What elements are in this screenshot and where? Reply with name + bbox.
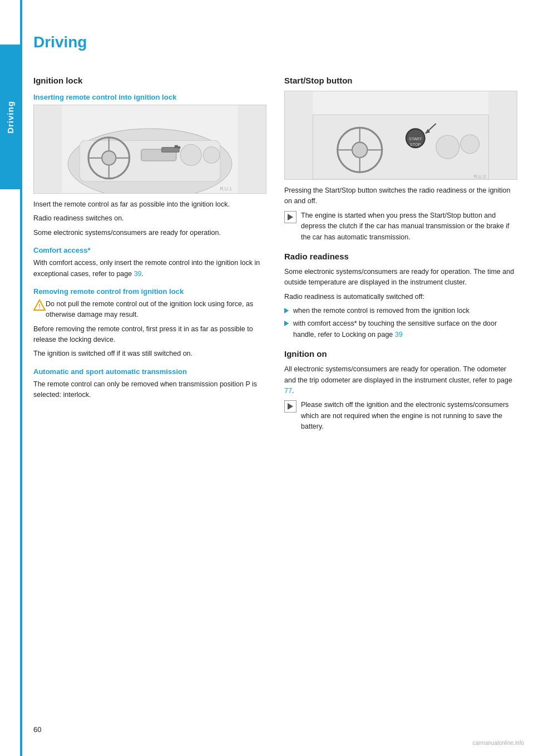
startstop-image: START STOP R.U.2	[284, 91, 517, 180]
bullet-text-2: with comfort access* by touching the sen…	[293, 318, 517, 340]
warning-icon: !	[33, 299, 46, 311]
play-triangle	[288, 214, 293, 220]
insert-text2: Radio readiness switches on.	[33, 213, 266, 224]
radio-heading: Radio readiness	[284, 252, 517, 261]
ignition-on-note-text: Please switch off the ignition and the e…	[301, 400, 517, 432]
ignition-lock-heading: Ignition lock	[33, 76, 266, 85]
svg-rect-11	[175, 145, 178, 148]
side-tab-label: Driving	[6, 101, 15, 134]
removing-text2: The ignition is switched off if it was s…	[33, 348, 266, 359]
startstop-heading: Start/Stop button	[284, 76, 517, 85]
bullet-text-1: when the remote control is removed from …	[293, 306, 469, 316]
radio-bullet-list: when the remote control is removed from …	[284, 306, 517, 340]
engine-note-text: The engine is started when you press the…	[301, 210, 517, 243]
left-border	[20, 0, 22, 756]
svg-point-14	[203, 147, 219, 163]
removing-heading: Removing remote control from ignition lo…	[33, 287, 266, 296]
svg-text:STOP: STOP	[410, 142, 421, 147]
svg-text:!: !	[38, 303, 41, 310]
svg-point-31	[436, 135, 459, 159]
startstop-text1: Pressing the Start/Stop button switches …	[284, 185, 517, 207]
insert-image: R.U.1	[33, 105, 266, 194]
two-column-layout: Ignition lock Inserting remote control i…	[33, 67, 517, 435]
ignition-note-box: Please switch off the ignition and the e…	[284, 400, 517, 432]
right-column: Start/Stop button START	[284, 67, 517, 435]
radio-text2: Radio readiness is automatically switche…	[284, 292, 517, 302]
play-icon-2	[284, 400, 296, 413]
radio-link[interactable]: 39	[395, 331, 403, 338]
radio-text1: Some electronic systems/consumers are re…	[284, 267, 517, 288]
list-item: when the remote control is removed from …	[284, 306, 517, 316]
warning-box: ! Do not pull the remote control out of …	[33, 299, 266, 321]
auto-text: The remote control can only be removed w…	[33, 379, 266, 401]
svg-text:START: START	[409, 136, 422, 141]
main-content: Driving Ignition lock Inserting remote c…	[33, 0, 517, 469]
removing-text1: Before removing the remote control, firs…	[33, 324, 266, 346]
svg-point-32	[461, 135, 479, 154]
svg-point-13	[180, 145, 201, 166]
insert-text3: Some electronic systems/consumers are re…	[33, 228, 266, 238]
svg-rect-12	[178, 146, 180, 149]
auto-heading: Automatic and sport automatic transmissi…	[33, 367, 266, 376]
insert-text1: Insert the remote control as far as poss…	[33, 199, 266, 210]
bullet-icon	[284, 308, 289, 313]
play-icon	[284, 211, 296, 223]
svg-point-4	[102, 151, 116, 165]
watermark: carmanualonline.info	[473, 740, 524, 746]
left-column: Ignition lock Inserting remote control i…	[33, 67, 266, 435]
list-item: with comfort access* by touching the sen…	[284, 318, 517, 340]
engine-note-box: The engine is started when you press the…	[284, 210, 517, 243]
comfort-link[interactable]: 39	[134, 270, 142, 278]
page-number: 60	[33, 725, 41, 734]
side-tab: Driving	[0, 45, 20, 189]
ignition-on-text: All electronic systems/consumers are rea…	[284, 364, 517, 396]
svg-rect-10	[162, 148, 180, 152]
svg-text:R.U.2: R.U.2	[474, 174, 486, 179]
comfort-heading: Comfort access*	[33, 246, 266, 254]
ignition-on-link[interactable]: 77	[284, 387, 292, 395]
bullet-icon	[284, 321, 289, 326]
svg-point-21	[352, 143, 367, 158]
ignition-on-heading: Ignition on	[284, 349, 517, 359]
comfort-text: With comfort access, only insert the rem…	[33, 258, 266, 279]
play-triangle-2	[288, 403, 293, 410]
warning-text: Do not pull the remote control out of th…	[46, 299, 266, 321]
page-title: Driving	[33, 33, 517, 51]
svg-text:R.U.1: R.U.1	[220, 186, 232, 192]
insert-sub-heading: Inserting remote control into ignition l…	[33, 93, 266, 101]
